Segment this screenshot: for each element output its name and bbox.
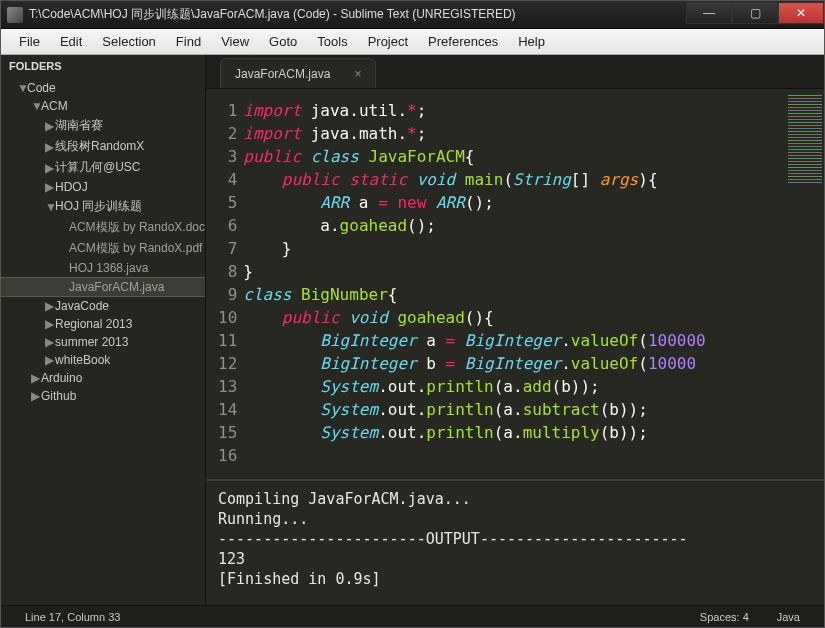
- tree-item[interactable]: ▶线段树RandomX: [1, 136, 205, 157]
- tree-item[interactable]: ▶summer 2013: [1, 333, 205, 351]
- menu-file[interactable]: File: [9, 32, 50, 51]
- tree-item[interactable]: ▶JavaCode: [1, 297, 205, 315]
- tree-item-label: Arduino: [41, 371, 82, 385]
- caret-down-icon: ▼: [31, 99, 41, 113]
- line-gutter: 12345678910111213141516: [206, 89, 243, 479]
- caret-down-icon: ▼: [45, 200, 55, 214]
- window-controls: — ▢ ✕: [686, 6, 824, 24]
- caret-right-icon: ▶: [45, 335, 55, 349]
- code-line[interactable]: System.out.println(a.subtract(b));: [243, 398, 705, 421]
- caret-right-icon: ▶: [45, 317, 55, 331]
- menu-find[interactable]: Find: [166, 32, 211, 51]
- line-number: 2: [218, 122, 237, 145]
- code-line[interactable]: import java.util.*;: [243, 99, 705, 122]
- line-number: 3: [218, 145, 237, 168]
- caret-right-icon: ▶: [45, 140, 55, 154]
- line-number: 16: [218, 444, 237, 467]
- menu-selection[interactable]: Selection: [92, 32, 165, 51]
- app-icon: [7, 7, 23, 23]
- tab-active[interactable]: JavaForACM.java ×: [220, 58, 376, 88]
- line-number: 5: [218, 191, 237, 214]
- tree-item[interactable]: ▶计算几何@USC: [1, 157, 205, 178]
- tree-item-label: ACM模版 by RandoX.doc: [69, 219, 205, 236]
- tree-item[interactable]: ACM模版 by RandoX.pdf: [1, 238, 205, 259]
- sidebar-header: FOLDERS: [1, 55, 205, 77]
- window-title: T:\Code\ACM\HOJ 同步训练题\JavaForACM.java (C…: [29, 6, 686, 23]
- code-line[interactable]: class BigNumber{: [243, 283, 705, 306]
- tree-item-label: JavaCode: [55, 299, 109, 313]
- code-line[interactable]: BigInteger a = BigInteger.valueOf(100000: [243, 329, 705, 352]
- tree-item[interactable]: ▶湖南省赛: [1, 115, 205, 136]
- window-close-button[interactable]: ✕: [778, 2, 824, 24]
- menu-view[interactable]: View: [211, 32, 259, 51]
- caret-right-icon: ▶: [45, 299, 55, 313]
- caret-right-icon: ▶: [45, 180, 55, 194]
- line-number: 15: [218, 421, 237, 444]
- menu-tools[interactable]: Tools: [307, 32, 357, 51]
- tree-item[interactable]: ▶HDOJ: [1, 178, 205, 196]
- tree-item-label: whiteBook: [55, 353, 110, 367]
- line-number: 9: [218, 283, 237, 306]
- tree-item[interactable]: HOJ 1368.java: [1, 259, 205, 277]
- status-cursor-position[interactable]: Line 17, Column 33: [11, 611, 134, 623]
- minimap-preview: [788, 95, 822, 185]
- code-line[interactable]: public class JavaForACM{: [243, 145, 705, 168]
- titlebar: T:\Code\ACM\HOJ 同步训练题\JavaForACM.java (C…: [1, 1, 824, 29]
- code-content[interactable]: import java.util.*;import java.math.*;pu…: [243, 89, 705, 479]
- code-line[interactable]: a.goahead();: [243, 214, 705, 237]
- line-number: 10: [218, 306, 237, 329]
- code-line[interactable]: System.out.println(a.add(b));: [243, 375, 705, 398]
- code-line[interactable]: }: [243, 260, 705, 283]
- window-minimize-button[interactable]: —: [686, 2, 732, 24]
- code-line[interactable]: import java.math.*;: [243, 122, 705, 145]
- tree-item-label: HOJ 同步训练题: [55, 198, 142, 215]
- tree-item[interactable]: ▼HOJ 同步训练题: [1, 196, 205, 217]
- code-line[interactable]: public static void main(String[] args){: [243, 168, 705, 191]
- tree-item[interactable]: ▶Arduino: [1, 369, 205, 387]
- menu-preferences[interactable]: Preferences: [418, 32, 508, 51]
- tree-item[interactable]: ▶Regional 2013: [1, 315, 205, 333]
- tree-item-label: 湖南省赛: [55, 117, 103, 134]
- tree-item[interactable]: ▶whiteBook: [1, 351, 205, 369]
- code-line[interactable]: BigInteger b = BigInteger.valueOf(10000: [243, 352, 705, 375]
- line-number: 12: [218, 352, 237, 375]
- build-output[interactable]: Compiling JavaForACM.java... Running... …: [206, 479, 824, 605]
- tree-item[interactable]: ACM模版 by RandoX.doc: [1, 217, 205, 238]
- close-icon[interactable]: ×: [354, 67, 361, 81]
- line-number: 6: [218, 214, 237, 237]
- code-line[interactable]: ARR a = new ARR();: [243, 191, 705, 214]
- line-number: 11: [218, 329, 237, 352]
- caret-right-icon: ▶: [45, 161, 55, 175]
- caret-right-icon: ▶: [31, 371, 41, 385]
- tree-item[interactable]: ▼ACM: [1, 97, 205, 115]
- status-language[interactable]: Java: [763, 611, 814, 623]
- line-number: 14: [218, 398, 237, 421]
- status-indentation[interactable]: Spaces: 4: [686, 611, 763, 623]
- code-line[interactable]: public void goahead(){: [243, 306, 705, 329]
- tab-label: JavaForACM.java: [235, 67, 330, 81]
- menu-project[interactable]: Project: [358, 32, 418, 51]
- code-line[interactable]: System.out.println(a.multiply(b));: [243, 421, 705, 444]
- caret-right-icon: ▶: [45, 353, 55, 367]
- menu-edit[interactable]: Edit: [50, 32, 92, 51]
- tree-item-label: ACM: [41, 99, 68, 113]
- tree-item-label: Github: [41, 389, 76, 403]
- tree-item[interactable]: JavaForACM.java: [1, 277, 205, 297]
- menu-help[interactable]: Help: [508, 32, 555, 51]
- tree-item-label: summer 2013: [55, 335, 128, 349]
- code-line[interactable]: }: [243, 237, 705, 260]
- caret-right-icon: ▶: [31, 389, 41, 403]
- tree-item-label: HDOJ: [55, 180, 88, 194]
- tree-item[interactable]: ▼Code: [1, 79, 205, 97]
- tree-item-label: Code: [27, 81, 56, 95]
- minimap[interactable]: [784, 89, 824, 479]
- tabbar: JavaForACM.java ×: [206, 55, 824, 89]
- line-number: 7: [218, 237, 237, 260]
- tree-item[interactable]: ▶Github: [1, 387, 205, 405]
- line-number: 1: [218, 99, 237, 122]
- code-editor[interactable]: 12345678910111213141516 import java.util…: [206, 89, 824, 479]
- window-maximize-button[interactable]: ▢: [732, 2, 778, 24]
- folder-tree[interactable]: ▼Code▼ACM▶湖南省赛▶线段树RandomX▶计算几何@USC▶HDOJ▼…: [1, 77, 205, 407]
- menu-goto[interactable]: Goto: [259, 32, 307, 51]
- line-number: 13: [218, 375, 237, 398]
